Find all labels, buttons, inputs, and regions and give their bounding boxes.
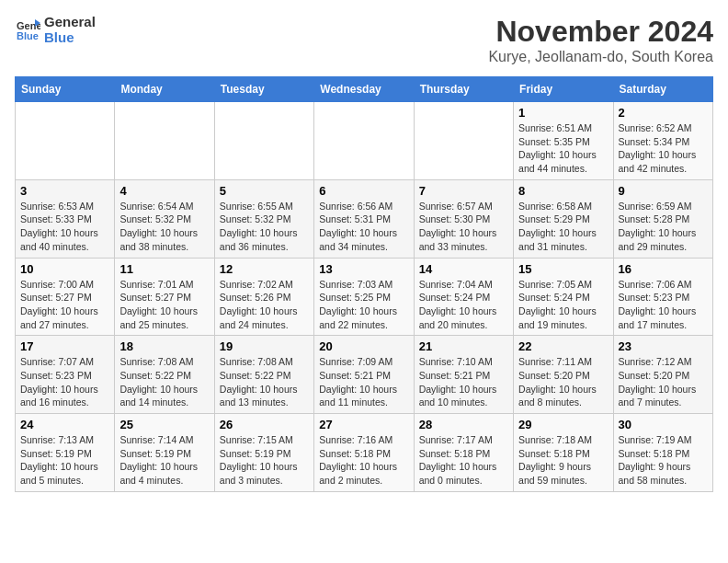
week-row-1: 1Sunrise: 6:51 AM Sunset: 5:35 PM Daylig…	[16, 102, 713, 180]
day-number: 19	[220, 339, 309, 353]
day-info: Sunrise: 7:07 AM Sunset: 5:23 PM Dayligh…	[20, 355, 109, 409]
calendar-cell: 13Sunrise: 7:03 AM Sunset: 5:25 PM Dayli…	[314, 258, 414, 336]
day-number: 27	[319, 418, 408, 431]
week-row-4: 17Sunrise: 7:07 AM Sunset: 5:23 PM Dayli…	[16, 336, 713, 414]
calendar-cell: 9Sunrise: 6:59 AM Sunset: 5:28 PM Daylig…	[613, 179, 712, 258]
day-info: Sunrise: 6:55 AM Sunset: 5:32 PM Dayligh…	[220, 200, 309, 254]
calendar-cell: 23Sunrise: 7:12 AM Sunset: 5:20 PM Dayli…	[613, 336, 712, 414]
calendar-cell	[16, 102, 115, 180]
day-info: Sunrise: 7:19 AM Sunset: 5:18 PM Dayligh…	[619, 433, 708, 488]
day-info: Sunrise: 7:04 AM Sunset: 5:24 PM Dayligh…	[419, 278, 508, 332]
day-number: 7	[419, 184, 508, 198]
day-info: Sunrise: 7:16 AM Sunset: 5:18 PM Dayligh…	[319, 433, 408, 488]
day-number: 5	[220, 184, 309, 198]
calendar-cell: 17Sunrise: 7:07 AM Sunset: 5:23 PM Dayli…	[16, 336, 115, 414]
logo-blue: Blue	[44, 30, 96, 46]
day-number: 25	[119, 418, 209, 431]
calendar-cell: 14Sunrise: 7:04 AM Sunset: 5:24 PM Dayli…	[414, 258, 513, 336]
day-info: Sunrise: 6:57 AM Sunset: 5:30 PM Dayligh…	[419, 200, 508, 254]
day-number: 17	[20, 339, 109, 353]
day-number: 24	[20, 418, 109, 431]
day-number: 30	[619, 418, 708, 431]
calendar-cell: 19Sunrise: 7:08 AM Sunset: 5:22 PM Dayli…	[214, 336, 313, 414]
day-number: 3	[20, 184, 109, 198]
calendar-cell: 29Sunrise: 7:18 AM Sunset: 5:18 PM Dayli…	[514, 414, 613, 492]
col-header-wednesday: Wednesday	[314, 77, 414, 102]
day-number: 18	[119, 339, 209, 353]
calendar-cell	[214, 102, 313, 180]
day-info: Sunrise: 7:01 AM Sunset: 5:27 PM Dayligh…	[119, 278, 209, 332]
week-row-2: 3Sunrise: 6:53 AM Sunset: 5:33 PM Daylig…	[16, 179, 713, 258]
calendar-cell: 25Sunrise: 7:14 AM Sunset: 5:19 PM Dayli…	[115, 414, 214, 492]
day-number: 22	[518, 339, 608, 353]
col-header-tuesday: Tuesday	[214, 77, 313, 102]
calendar-cell: 30Sunrise: 7:19 AM Sunset: 5:18 PM Dayli…	[613, 414, 712, 492]
day-number: 29	[518, 418, 608, 431]
day-info: Sunrise: 7:05 AM Sunset: 5:24 PM Dayligh…	[518, 278, 608, 332]
calendar-cell: 16Sunrise: 7:06 AM Sunset: 5:23 PM Dayli…	[613, 258, 712, 336]
calendar-cell	[115, 102, 214, 180]
calendar-cell	[314, 102, 414, 180]
day-info: Sunrise: 7:02 AM Sunset: 5:26 PM Dayligh…	[220, 278, 309, 332]
calendar-cell: 5Sunrise: 6:55 AM Sunset: 5:32 PM Daylig…	[214, 179, 313, 258]
day-info: Sunrise: 6:54 AM Sunset: 5:32 PM Dayligh…	[119, 200, 209, 254]
day-number: 14	[419, 262, 508, 276]
calendar-cell: 10Sunrise: 7:00 AM Sunset: 5:27 PM Dayli…	[16, 258, 115, 336]
day-info: Sunrise: 7:18 AM Sunset: 5:18 PM Dayligh…	[518, 433, 608, 488]
day-info: Sunrise: 7:06 AM Sunset: 5:23 PM Dayligh…	[619, 278, 708, 332]
day-number: 11	[119, 262, 209, 276]
calendar-cell: 6Sunrise: 6:56 AM Sunset: 5:31 PM Daylig…	[314, 179, 414, 258]
day-number: 6	[319, 184, 408, 198]
day-info: Sunrise: 6:59 AM Sunset: 5:28 PM Dayligh…	[619, 200, 708, 254]
calendar-cell: 26Sunrise: 7:15 AM Sunset: 5:19 PM Dayli…	[214, 414, 313, 492]
calendar-cell: 11Sunrise: 7:01 AM Sunset: 5:27 PM Dayli…	[115, 258, 214, 336]
day-info: Sunrise: 7:10 AM Sunset: 5:21 PM Dayligh…	[419, 355, 508, 409]
calendar-cell: 24Sunrise: 7:13 AM Sunset: 5:19 PM Dayli…	[16, 414, 115, 492]
col-header-friday: Friday	[514, 77, 613, 102]
calendar-cell: 15Sunrise: 7:05 AM Sunset: 5:24 PM Dayli…	[514, 258, 613, 336]
col-header-monday: Monday	[115, 77, 214, 102]
day-number: 26	[220, 418, 309, 431]
title-section: November 2024 Kurye, Jeollanam-do, South…	[488, 15, 713, 65]
logo-general: General	[44, 15, 96, 30]
logo: General Blue General Blue	[15, 15, 96, 45]
day-number: 28	[419, 418, 508, 431]
calendar-cell: 20Sunrise: 7:09 AM Sunset: 5:21 PM Dayli…	[314, 336, 414, 414]
day-number: 15	[518, 262, 608, 276]
day-info: Sunrise: 6:51 AM Sunset: 5:35 PM Dayligh…	[518, 121, 608, 176]
day-info: Sunrise: 7:09 AM Sunset: 5:21 PM Dayligh…	[319, 355, 408, 409]
week-row-3: 10Sunrise: 7:00 AM Sunset: 5:27 PM Dayli…	[16, 258, 713, 336]
location-subtitle: Kurye, Jeollanam-do, South Korea	[488, 49, 713, 65]
day-number: 2	[619, 106, 708, 120]
calendar-cell: 1Sunrise: 6:51 AM Sunset: 5:35 PM Daylig…	[514, 102, 613, 180]
day-number: 10	[20, 262, 109, 276]
calendar-cell	[414, 102, 513, 180]
day-info: Sunrise: 7:14 AM Sunset: 5:19 PM Dayligh…	[119, 433, 209, 488]
day-info: Sunrise: 7:00 AM Sunset: 5:27 PM Dayligh…	[20, 278, 109, 332]
day-number: 1	[518, 106, 608, 120]
day-info: Sunrise: 7:13 AM Sunset: 5:19 PM Dayligh…	[20, 433, 109, 488]
logo-icon: General Blue	[15, 17, 40, 43]
day-info: Sunrise: 7:12 AM Sunset: 5:20 PM Dayligh…	[619, 355, 708, 409]
day-number: 12	[220, 262, 309, 276]
calendar-cell: 18Sunrise: 7:08 AM Sunset: 5:22 PM Dayli…	[115, 336, 214, 414]
day-info: Sunrise: 6:58 AM Sunset: 5:29 PM Dayligh…	[518, 200, 608, 254]
calendar-cell: 28Sunrise: 7:17 AM Sunset: 5:18 PM Dayli…	[414, 414, 513, 492]
calendar-cell: 4Sunrise: 6:54 AM Sunset: 5:32 PM Daylig…	[115, 179, 214, 258]
month-title: November 2024	[488, 15, 713, 49]
day-number: 4	[119, 184, 209, 198]
header-row: SundayMondayTuesdayWednesdayThursdayFrid…	[16, 77, 713, 102]
day-info: Sunrise: 7:11 AM Sunset: 5:20 PM Dayligh…	[518, 355, 608, 409]
col-header-sunday: Sunday	[16, 77, 115, 102]
day-info: Sunrise: 7:08 AM Sunset: 5:22 PM Dayligh…	[220, 355, 309, 409]
day-number: 13	[319, 262, 408, 276]
col-header-thursday: Thursday	[414, 77, 513, 102]
day-info: Sunrise: 7:08 AM Sunset: 5:22 PM Dayligh…	[119, 355, 209, 409]
calendar-cell: 3Sunrise: 6:53 AM Sunset: 5:33 PM Daylig…	[16, 179, 115, 258]
day-info: Sunrise: 6:56 AM Sunset: 5:31 PM Dayligh…	[319, 200, 408, 254]
calendar-cell: 7Sunrise: 6:57 AM Sunset: 5:30 PM Daylig…	[414, 179, 513, 258]
day-number: 16	[619, 262, 708, 276]
calendar-cell: 22Sunrise: 7:11 AM Sunset: 5:20 PM Dayli…	[514, 336, 613, 414]
day-info: Sunrise: 7:03 AM Sunset: 5:25 PM Dayligh…	[319, 278, 408, 332]
calendar-cell: 21Sunrise: 7:10 AM Sunset: 5:21 PM Dayli…	[414, 336, 513, 414]
